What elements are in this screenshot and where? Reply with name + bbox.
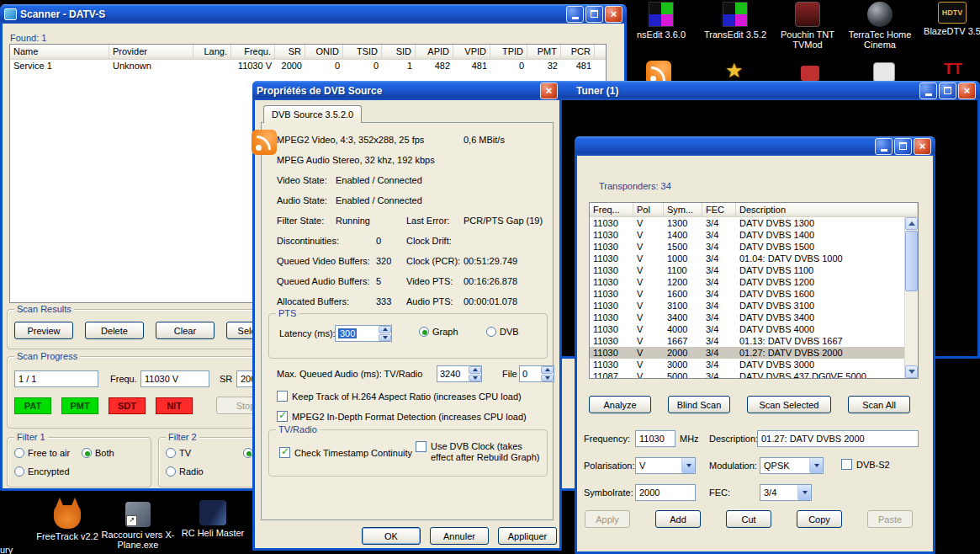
scrollbar[interactable] — [904, 217, 918, 378]
spin-down-button[interactable] — [469, 375, 481, 382]
column-header[interactable]: PCR — [561, 45, 595, 59]
desktop-icon-freetrack[interactable]: FreeTrack v2.2 — [32, 498, 103, 541]
column-header[interactable]: TSID — [343, 45, 382, 59]
transponder-row[interactable]: 11030 V 1400 3/4 DATV DVBS 1400 — [590, 229, 904, 241]
transponder-row[interactable]: 11030 V 3100 3/4 DATV DVBS 3100 — [590, 300, 904, 312]
minimize-button[interactable] — [875, 138, 893, 155]
h264-aspect-checkbox[interactable]: Keep Track of H.264 Aspect Ratio (increa… — [277, 391, 522, 402]
maximize-button[interactable] — [585, 6, 603, 23]
column-header[interactable]: FEC — [702, 203, 736, 216]
maximize-button[interactable] — [939, 83, 956, 99]
white-app-icon[interactable] — [873, 62, 895, 83]
file-queue-spinner[interactable]: 0 — [519, 365, 554, 382]
spin-up-button[interactable] — [469, 366, 481, 374]
mpeg2-detection-checkbox[interactable]: MPEG2 In-Depth Format Detection (increas… — [277, 411, 527, 422]
description-input[interactable]: 01.27: DATV DVBS 2000 — [757, 430, 919, 447]
cancel-button[interactable]: Annuler — [430, 527, 489, 545]
scroll-down-button[interactable] — [905, 365, 918, 378]
scan-result-button[interactable]: Preview — [14, 322, 73, 339]
modulation-select[interactable]: QPSK — [760, 457, 824, 474]
column-header[interactable]: SR — [275, 45, 305, 59]
filter-radio[interactable]: Radio — [166, 466, 204, 477]
column-header[interactable]: VPID — [453, 45, 490, 59]
star-shortcut-icon[interactable]: ★ — [725, 61, 744, 81]
column-header[interactable]: Pol — [633, 203, 664, 216]
symbolrate-input[interactable]: 2000 — [635, 484, 696, 501]
red-app-icon[interactable] — [801, 66, 819, 81]
column-header[interactable]: Frequ. — [231, 45, 275, 59]
edit-button[interactable]: Cut — [726, 510, 771, 528]
filter-radio[interactable]: Both — [82, 448, 114, 458]
transponder-row[interactable]: 11030 V 1667 3/4 01.13: DATV DVBS 1667 — [590, 335, 904, 347]
filter-radio[interactable]: TV — [166, 448, 191, 458]
edit-button[interactable]: Copy — [797, 510, 842, 528]
transponder-row[interactable]: 11030 V 4000 3/4 DATV DVBS 4000 — [590, 323, 904, 335]
spin-down-button[interactable] — [541, 375, 554, 382]
scan-result-button[interactable]: Delete — [85, 322, 144, 339]
transponder-row[interactable]: 11030 V 1300 3/4 DATV DVBS 1300 — [590, 217, 904, 229]
column-header[interactable]: Freq... — [590, 203, 633, 216]
service-row[interactable]: Service 1Unknown11030 V20000014824810324… — [10, 60, 606, 74]
minimize-button[interactable] — [566, 6, 584, 23]
dropdown-arrow-icon[interactable] — [681, 458, 695, 473]
transponder-row[interactable]: 11087 V 5000 3/4 DATV DVBS 437 DG0VE 500… — [590, 370, 904, 378]
desktop-icon-xplane-shortcut[interactable]: Raccourci vers X-Plane.exe — [99, 502, 177, 550]
spin-up-button[interactable] — [379, 326, 391, 333]
scanner-titlebar[interactable]: Scanner - DATV-S × — [0, 4, 627, 24]
apply-button[interactable]: Appliquer — [498, 527, 557, 545]
transponder-row[interactable]: 11030 V 1100 3/4 DATV DVBS 1100 — [590, 264, 904, 276]
dropdown-arrow-icon[interactable] — [809, 458, 823, 473]
tuner-titlebar[interactable]: Tuner (1) × — [552, 81, 980, 100]
dropdown-arrow-icon[interactable] — [797, 485, 811, 500]
latency-spinner[interactable]: 300 — [335, 325, 392, 342]
transponder-row[interactable]: 11030 V 1000 3/4 01.04: DATV DVBS 1000 — [590, 253, 904, 264]
frequency-input[interactable]: 11030 — [635, 430, 675, 447]
column-header[interactable]: ONID — [305, 45, 343, 59]
transponder-row[interactable]: 11030 V 1600 3/4 DATV DVBS 1600 — [590, 288, 904, 300]
scan-action-button[interactable]: Scan Selected — [747, 396, 831, 413]
spin-up-button[interactable] — [541, 366, 554, 374]
column-header[interactable]: Lang. — [193, 45, 231, 59]
desktop-icon-rc-heli[interactable]: RC Heli Master — [177, 500, 249, 538]
dialog-titlebar[interactable]: Propriétés de DVB Source × — [252, 81, 562, 100]
scan-action-button[interactable]: Analyze — [589, 396, 651, 413]
close-button[interactable]: × — [914, 138, 931, 155]
maximize-button[interactable] — [894, 138, 912, 155]
transponder-row[interactable]: 11030 V 1500 3/4 DATV DVBS 1500 — [590, 241, 904, 253]
progress-field[interactable]: 1 / 1 — [14, 370, 98, 387]
close-button[interactable]: × — [540, 83, 558, 99]
column-header[interactable]: PMT — [527, 45, 561, 59]
column-header[interactable]: SID — [382, 45, 416, 59]
desktop-icon-terratec[interactable]: TerraTec Home Cinema — [845, 2, 915, 50]
filter-radio[interactable]: Free to air — [14, 448, 70, 458]
desktop-icon-transedit-352[interactable]: TransEdit 3.5.2 — [700, 2, 771, 40]
dvb-clock-checkbox[interactable]: Use DVB Clock (takes effect after Rebuil… — [416, 441, 543, 463]
spin-down-button[interactable] — [379, 334, 391, 342]
desktop-icon-pouchin-tnt[interactable]: Pouchin TNT TVMod — [772, 2, 843, 50]
close-button[interactable]: × — [605, 6, 622, 23]
desktop-icon-transedit-360[interactable]: nsEdit 3.6.0 — [626, 2, 697, 40]
scan-action-button[interactable]: Blind Scan — [668, 396, 730, 413]
timestamp-continuity-checkbox[interactable]: Check Timestamp Continuity — [279, 447, 412, 458]
transponder-list[interactable]: Freq...PolSym...FECDescription 11030 V 1… — [589, 202, 919, 379]
column-header[interactable]: Sym... — [664, 203, 702, 216]
tv-radio-queue-spinner[interactable]: 3240 — [437, 365, 482, 382]
dvb-radio[interactable]: DVB — [486, 327, 519, 337]
minimize-button[interactable] — [919, 83, 937, 99]
column-header[interactable]: TPID — [490, 45, 527, 59]
column-header[interactable]: APID — [416, 45, 453, 59]
transponder-row[interactable]: 11030 V 1200 3/4 DATV DVBS 1200 — [590, 276, 904, 288]
graph-radio[interactable]: Graph — [419, 327, 458, 337]
fec-select[interactable]: 3/4 — [760, 484, 812, 501]
edit-button[interactable]: Add — [655, 510, 701, 528]
tab-dvb-source[interactable]: DVB Source 3.5.2.0 — [263, 105, 362, 123]
ok-button[interactable]: OK — [362, 527, 421, 545]
close-button[interactable]: × — [958, 83, 976, 99]
desktop-icon-blazedtv[interactable]: HDTV BlazeDTV 3.5 — [917, 2, 980, 36]
dvbs2-checkbox[interactable]: DVB-S2 — [841, 459, 890, 470]
polarisation-select[interactable]: V — [635, 457, 696, 474]
column-header[interactable]: Name — [10, 45, 109, 59]
transponder-row[interactable]: 11030 V 3000 3/4 DATV DVBS 3000 — [590, 359, 904, 370]
frequency-field[interactable]: 11030 V — [140, 370, 209, 387]
transponder-row[interactable]: 11030 V 3400 3/4 DATV DVBS 3400 — [590, 312, 904, 323]
